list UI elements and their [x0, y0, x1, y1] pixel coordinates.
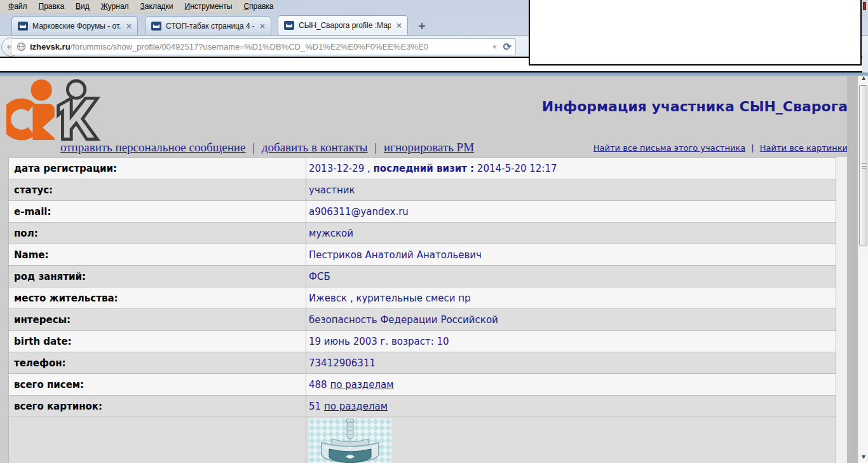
profile-search-links: Найти все письма этого участника | Найти… [593, 143, 848, 153]
fsb-shield-emblem [309, 418, 391, 463]
browser-tab-2[interactable]: СТОП-табак страница 4 - ... × [145, 17, 271, 35]
tab-close-icon[interactable]: × [259, 22, 266, 30]
by-sections-link[interactable]: по разделам [330, 379, 393, 390]
avatar-label-cell [9, 417, 306, 463]
menu-item-edit[interactable]: Правка [33, 1, 71, 12]
search-link-1[interactable]: Найти все письма этого участника [593, 143, 745, 153]
menu-item-help[interactable]: Справка [238, 1, 279, 12]
profile-field-value: безопасность Федерации Российской [306, 309, 836, 331]
profile-action-links: отправить персональное сообщение | добав… [60, 141, 474, 155]
table-right-gutter [836, 157, 847, 463]
profile-avatar-row [9, 417, 836, 463]
profile-field-label: интересы: [9, 309, 306, 331]
tab-title: СЫН_Сварога profile :Мар... [299, 21, 391, 30]
profile-table-row: телефон: 73412906311 [9, 352, 836, 374]
action-link-2[interactable]: добавить в контакты [262, 141, 368, 154]
white-overlay-box [529, 0, 862, 66]
profile-table-row: birth date: 19 июнь 2003 г. возраст: 10 [9, 331, 836, 352]
profile-table-row: интересы: безопасность Федерации Российс… [9, 309, 836, 331]
url-dropdown-icon[interactable]: ▼ [486, 44, 503, 50]
profile-table-row: род занятий: ФСБ [9, 266, 836, 287]
profile-field-value: 2013-12-29 , последний визит : 2014-5-20… [306, 158, 836, 179]
menu-item-history[interactable]: Журнал [95, 1, 135, 12]
profile-table-row: статус: участник [9, 179, 836, 201]
url-domain: izhevsk.ru [30, 42, 71, 52]
forum-favicon-icon [284, 20, 294, 31]
profile-field-value: 19 июнь 2003 г. возраст: 10 [306, 331, 836, 352]
profile-table-row: дата регистрации: 2013-12-29 , последний… [9, 158, 836, 179]
profile-field-value: ФСБ [306, 266, 836, 287]
toolbar-bottom-edge [0, 73, 868, 76]
profile-table-row: всего писем: 488 по разделам [9, 374, 836, 396]
page-title: Информация участника СЫН_Сварога [276, 99, 848, 114]
profile-field-value: мужской [306, 223, 836, 244]
url-path: /forummisc/show_profile/00492517?usernam… [71, 42, 486, 52]
profile-table: дата регистрации: 2013-12-29 , последний… [8, 157, 836, 463]
forum-favicon-icon [151, 21, 161, 31]
profile-field-label: дата регистрации: [9, 158, 306, 179]
tab-close-icon[interactable]: × [126, 22, 132, 30]
profile-field-label: e-mail: [9, 201, 306, 223]
menu-item-view[interactable]: Вид [70, 1, 95, 12]
profile-field-value: 51 по разделам [306, 396, 836, 417]
profile-field-value: 488 по разделам [306, 374, 836, 396]
browser-tab-1[interactable]: Марковские Форумы - от... × [11, 17, 138, 35]
profile-field-label: birth date: [9, 331, 306, 352]
tab-title: Марковские Форумы - от... [32, 22, 121, 31]
scrollbar-grip [862, 163, 866, 169]
avatar-cell [306, 417, 836, 463]
tab-close-icon[interactable]: × [396, 22, 402, 29]
reload-icon[interactable]: ⟳ [503, 42, 512, 52]
profile-table-row: пол: мужской [9, 223, 836, 244]
profile-field-label: место жительства: [9, 287, 306, 309]
page-content: Информация участника СЫН_Сварога отправи… [0, 76, 858, 463]
profile-field-label: Name: [9, 244, 306, 266]
menu-item-file[interactable]: Файл [3, 1, 33, 12]
profile-table-row: всего картинок: 51 по разделам [9, 396, 836, 417]
url-bar[interactable]: izhevsk.ru /forummisc/show_profile/00492… [11, 38, 516, 55]
browser-tab-3-active[interactable]: СЫН_Сварога profile :Мар... × [278, 15, 408, 35]
link-separator: | [368, 141, 384, 154]
last-visit-label: последний визит : [373, 163, 474, 174]
profile-field-label: всего картинок: [9, 396, 306, 417]
action-link-1[interactable]: отправить персональное сообщение [60, 141, 245, 154]
window-close-button-sliver [863, 2, 866, 10]
profile-field-value: 73412906311 [306, 352, 836, 374]
profile-field-label: пол: [9, 223, 306, 244]
link-separator: | [245, 141, 261, 154]
by-sections-link[interactable]: по разделам [324, 401, 388, 412]
link-separator: | [745, 143, 760, 153]
menu-item-tools[interactable]: Инструменты [179, 1, 238, 12]
browser-window: ФайлПравкаВидЖурналЗакладкиИнструментыСп… [0, 0, 868, 463]
menu-bar: ФайлПравкаВидЖурналЗакладкиИнструментыСп… [0, 0, 250, 13]
action-link-3[interactable]: игнорировать PM [384, 141, 474, 154]
profile-field-label: всего писем: [9, 374, 306, 396]
profile-field-label: род занятий: [9, 266, 306, 287]
forum-favicon-icon [18, 21, 28, 31]
profile-field-value: a906311@yandex.ru [306, 201, 836, 223]
profile-table-row: Name: Пестриков Анатолий Анатольевич [9, 244, 836, 266]
globe-icon [17, 42, 26, 52]
profile-table-row: e-mail: a906311@yandex.ru [9, 201, 836, 223]
profile-table-row: место жительства: Ижевск , курительные с… [9, 287, 836, 309]
scroll-down-icon[interactable]: ▼ [858, 452, 868, 463]
profile-field-value: участник [306, 179, 836, 201]
tab-title: СТОП-табак страница 4 - ... [166, 22, 254, 31]
profile-field-label: телефон: [9, 352, 306, 374]
vertical-scrollbar[interactable]: ▲ ▼ [858, 73, 868, 463]
profile-field-label: статус: [9, 179, 306, 201]
new-tab-button[interactable]: + [414, 20, 430, 32]
scrollbar-thumb[interactable] [859, 85, 867, 245]
search-link-2[interactable]: Найти все картинки [760, 143, 848, 153]
page-right-margin [847, 76, 858, 463]
profile-field-value: Пестриков Анатолий Анатольевич [306, 244, 836, 266]
izhevsk-forum-logo [6, 79, 116, 141]
profile-field-value: Ижевск , курительные смеси пр [306, 287, 836, 309]
menu-item-bookmarks[interactable]: Закладки [135, 1, 179, 12]
